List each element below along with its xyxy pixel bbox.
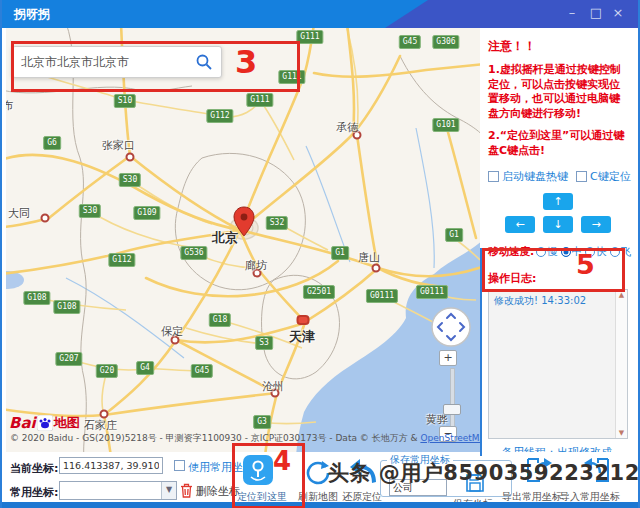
city-label-天津: 天津: [289, 328, 315, 346]
city-label-廊坊: 廊坊: [245, 258, 267, 273]
road-badge-G1: G1: [445, 228, 463, 242]
road-badge-G112: G112: [206, 109, 233, 123]
road-badge-G2501: G2501: [303, 285, 335, 299]
road-badge-G20: G20: [96, 364, 118, 378]
close-button[interactable]: ×: [608, 0, 628, 28]
use-common-checkbox[interactable]: [174, 460, 185, 471]
hotkey-checkbox-label: 启动键盘热键: [502, 169, 568, 184]
annotation-number-3: 3: [235, 46, 257, 78]
road-badge-G108: G108: [53, 300, 80, 314]
map-pan-control[interactable]: [430, 306, 472, 348]
logo-map-text: 地图: [54, 414, 80, 432]
notice-paragraph-1: 1.虚拟摇杆是通过按键控制定位，可以点击按键实现位置移动，也可以通过电脑键盘方向…: [488, 63, 628, 121]
road-badge-G45: G45: [191, 364, 213, 378]
road-badge-G1: G1: [331, 246, 349, 260]
road-badge-S30: S30: [119, 173, 141, 187]
ckey-checkbox-label: C键定位: [590, 169, 631, 184]
operation-log: ▲ ▼ 修改成功! 14:33:02: [488, 289, 628, 439]
annotation-number-5: 5: [576, 251, 595, 278]
zoom-slider-handle[interactable]: [443, 404, 461, 415]
toutiao-watermark: 头条 @用户85903592232121: [328, 459, 640, 487]
road-badge-G306: G306: [432, 35, 459, 49]
road-badge-G18: G18: [209, 313, 231, 327]
road-badge-G0111: G0111: [366, 289, 398, 303]
virtual-joystick: ↑ ← ↓ →: [488, 193, 628, 233]
road-badge-G111: G111: [246, 93, 273, 107]
road-badge-S10: S10: [114, 94, 136, 108]
minimize-button[interactable]: –: [562, 0, 582, 28]
road-badge-S3: S3: [255, 336, 273, 350]
titlebar: 拐呀拐 – □ ×: [2, 0, 638, 28]
city-label-大同: 大同: [8, 206, 30, 221]
hotkey-checkbox[interactable]: [488, 171, 499, 182]
trash-icon[interactable]: [180, 483, 193, 498]
road-badge-G0111: G0111: [416, 285, 448, 299]
road-badge-G6: G6: [43, 136, 61, 150]
current-coords-label: 当前坐标:: [10, 461, 58, 476]
move-left-button[interactable]: ←: [505, 216, 535, 233]
city-marker-天津: [297, 315, 310, 325]
window-title: 拐呀拐: [14, 0, 50, 28]
refresh-map-icon[interactable]: [304, 458, 331, 485]
common-coords-dropdown[interactable]: ▼: [59, 481, 177, 500]
city-label-布: 布: [6, 98, 13, 113]
log-entry: 修改成功! 14:33:02: [494, 294, 613, 308]
city-label-沧州: 沧州: [262, 379, 284, 394]
common-coords-label: 常用坐标:: [10, 485, 58, 500]
maximize-button[interactable]: □: [586, 0, 606, 28]
city-label-石家庄: 石家庄: [84, 418, 117, 433]
baidu-paw-icon: [37, 415, 53, 431]
road-badge-G111: G111: [296, 30, 323, 44]
city-label-承德: 承德: [336, 120, 358, 135]
control-panel: 注意！！ 1.虚拟摇杆是通过按键控制定位，可以点击按键实现位置移动，也可以通过电…: [480, 28, 636, 452]
current-coords-input[interactable]: [59, 457, 163, 474]
notice-title: 注意！！: [488, 38, 628, 55]
city-label-张家口: 张家口: [102, 138, 135, 153]
road-badge-G536: G536: [180, 246, 207, 260]
city-label-唐山: 唐山: [358, 250, 380, 265]
ckey-checkbox[interactable]: [576, 171, 587, 182]
zoom-in-button[interactable]: +: [439, 350, 457, 366]
road-badge-G4: G4: [136, 361, 154, 375]
move-down-button[interactable]: ↓: [543, 216, 573, 233]
road-badge-S32: S32: [266, 216, 288, 230]
location-pin-icon: [232, 206, 256, 242]
city-marker-大同: [41, 214, 50, 223]
road-badge-G101: G101: [432, 118, 459, 132]
window-bottom-border: [2, 502, 638, 508]
attribution-text: © 2020 Baidu - GS(2019)5218号 - 甲测资字11009…: [10, 433, 420, 443]
osm-link[interactable]: OpenStreetMap: [420, 433, 480, 443]
app-window: 拐呀拐 – □ ×: [0, 0, 640, 508]
chevron-down-icon[interactable]: ▼: [161, 482, 176, 499]
city-label-保定: 保定: [161, 324, 183, 339]
road-badge-G207: G207: [55, 352, 82, 366]
logo-bai-text: Bai: [9, 414, 36, 432]
road-badge-G112: G112: [108, 253, 135, 267]
move-up-button[interactable]: ↑: [543, 193, 573, 210]
road-badge-S30: S30: [79, 204, 101, 218]
road-badge-G109: G109: [133, 206, 160, 220]
baidu-maps-logo: Bai 地图: [9, 414, 80, 432]
notice-paragraph-2: 2.“定位到这里”可以通过键盘C键点击!: [488, 129, 628, 158]
log-scrollbar[interactable]: ▲ ▼: [615, 290, 627, 438]
road-badge-G108: G108: [23, 291, 50, 305]
scroll-down-icon[interactable]: ▼: [616, 429, 627, 437]
scroll-up-icon[interactable]: ▲: [616, 291, 627, 299]
road-badge-G45: G45: [399, 35, 421, 49]
move-right-button[interactable]: →: [581, 216, 611, 233]
annotation-box-4: [232, 443, 305, 508]
city-marker-张家口: [126, 153, 135, 162]
annotation-box-5: [482, 248, 625, 292]
zoom-slider-track[interactable]: [450, 368, 455, 430]
road-badge-G3: G3: [253, 415, 271, 429]
annotation-number-4: 4: [273, 448, 291, 474]
